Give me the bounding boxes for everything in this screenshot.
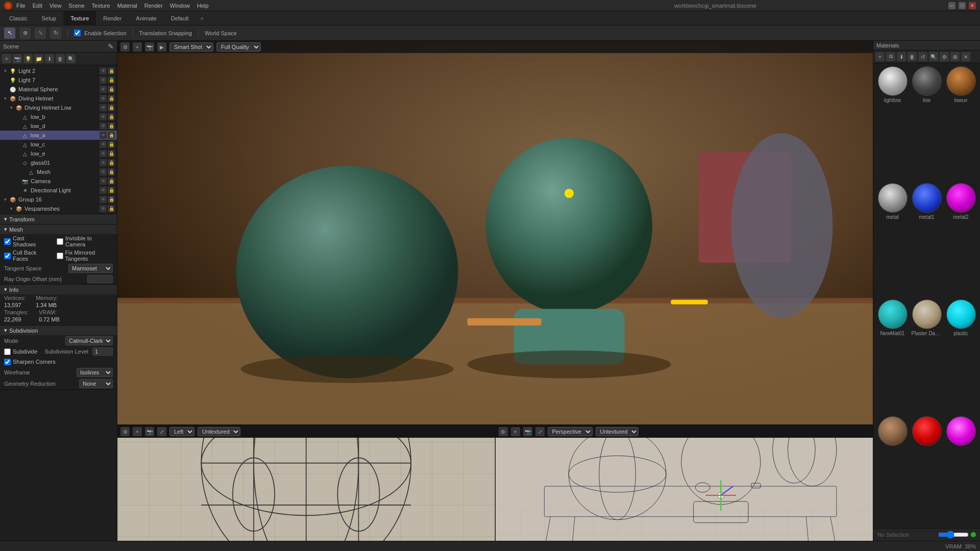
menu-render[interactable]: Render xyxy=(144,3,163,9)
scene-camera-button[interactable]: 📷 xyxy=(13,54,22,63)
menu-texture[interactable]: Texture xyxy=(92,3,110,9)
tab-setup[interactable]: Setup xyxy=(34,11,63,25)
vis-btn[interactable]: 👁 xyxy=(100,168,107,176)
vis-btn[interactable]: 👁 xyxy=(100,196,107,203)
left-shading-select[interactable]: Untextured xyxy=(198,427,240,436)
tab-default[interactable]: Default xyxy=(164,11,196,25)
vis-btn[interactable]: 👁 xyxy=(100,122,107,130)
lock-btn[interactable]: 🔒 xyxy=(108,104,115,111)
scene-folder-button[interactable]: 📁 xyxy=(34,54,43,63)
mesh-header[interactable]: ▾ Mesh xyxy=(0,224,117,234)
menu-file[interactable]: File xyxy=(16,3,26,9)
scene-import-button[interactable]: ⬇ xyxy=(45,54,54,63)
mat-close-btn[interactable]: ✕ xyxy=(961,52,970,61)
minimize-button[interactable]: ─ xyxy=(948,2,955,9)
vis-btn[interactable]: 👁 xyxy=(100,77,107,84)
scene-item-low-c[interactable]: △ low_c 👁 🔒 xyxy=(0,140,117,149)
vis-btn[interactable]: 👁 xyxy=(100,67,107,74)
subdivide-label[interactable]: Subdivide xyxy=(4,348,37,355)
lock-btn[interactable]: 🔒 xyxy=(108,132,115,139)
left-vp-settings-btn[interactable]: ⚙ xyxy=(120,427,130,436)
mat-settings-btn[interactable]: ⚙ xyxy=(940,52,949,61)
scene-item-directional-light[interactable]: ☀ Directional Light 👁 🔒 xyxy=(0,186,117,195)
left-vp-max-btn[interactable]: ⤢ xyxy=(157,427,166,436)
tool-move[interactable]: ⊕ xyxy=(19,28,31,39)
tangent-space-select[interactable]: Marmoset MikkTSpace xyxy=(68,264,113,273)
translation-snapping-label[interactable]: Translation Snapping xyxy=(139,30,192,36)
mat-item-metal2[interactable]: metal2 xyxy=(945,183,977,298)
menu-window[interactable]: Window xyxy=(170,3,190,9)
scene-item-group16[interactable]: ▾ 📦 Group 16 👁 🔒 xyxy=(0,195,117,204)
lock-btn[interactable]: 🔒 xyxy=(108,150,115,157)
vis-btn[interactable]: 👁 xyxy=(100,205,107,212)
mat-item-unnamed2[interactable] xyxy=(911,416,943,525)
scene-item-low-a[interactable]: △ low_a 👁 🔒 xyxy=(0,131,117,140)
info-header[interactable]: ▾ Info xyxy=(0,285,117,294)
left-view-select[interactable]: Left xyxy=(169,427,194,436)
tab-classic[interactable]: Classic xyxy=(2,11,34,25)
lock-btn[interactable]: 🔒 xyxy=(108,178,115,185)
mat-item-lightlow[interactable]: lightlow xyxy=(876,66,909,181)
scene-item-low-e[interactable]: △ low_e 👁 🔒 xyxy=(0,149,117,158)
vis-btn[interactable]: 👁 xyxy=(100,113,107,120)
scene-item-diving-helmet[interactable]: ▾ 📦 Diving Helmet 👁 🔒 xyxy=(0,94,117,103)
scene-trash-button[interactable]: 🗑 xyxy=(56,54,65,63)
tab-render[interactable]: Render xyxy=(96,11,129,25)
scene-item-diving-helmet-low[interactable]: ▾ 📦 Diving Helmet Low 👁 🔒 xyxy=(0,103,117,112)
lock-btn[interactable]: 🔒 xyxy=(108,168,115,176)
tab-animate[interactable]: Animate xyxy=(129,11,163,25)
mat-reset-btn[interactable]: ↺ xyxy=(918,52,927,61)
mat-item-unnamed1[interactable] xyxy=(876,416,909,525)
lock-btn[interactable]: 🔒 xyxy=(108,159,115,166)
left-viewport[interactable]: ⚙ + 📷 ⤢ Left Untextured xyxy=(117,425,496,541)
tool-scale[interactable]: ⤡ xyxy=(35,28,46,39)
mat-item-unnamed3[interactable] xyxy=(945,416,977,525)
lock-btn[interactable]: 🔒 xyxy=(108,205,115,212)
scene-light-button[interactable]: 💡 xyxy=(23,54,33,63)
vp-settings-btn[interactable]: ⚙ xyxy=(120,42,130,52)
subdivision-header[interactable]: ▾ Subdivision xyxy=(0,325,117,335)
tool-rotate[interactable]: ↻ xyxy=(50,28,61,39)
persp-vp-settings-btn[interactable]: ⚙ xyxy=(499,427,508,436)
world-space-label[interactable]: World Space xyxy=(205,30,237,36)
cull-back-checkbox[interactable] xyxy=(4,253,11,259)
menu-view[interactable]: View xyxy=(50,3,62,9)
vis-btn[interactable]: 👁 xyxy=(100,178,107,185)
vis-btn[interactable]: 👁 xyxy=(100,95,107,102)
scene-item-light2[interactable]: ▾ 💡 Light 2 👁 🔒 xyxy=(0,66,117,76)
mat-item-plastic[interactable]: plastic xyxy=(945,299,977,414)
scene-item-mesh[interactable]: △ Mesh 👁 🔒 xyxy=(0,167,117,177)
menu-scene[interactable]: Scene xyxy=(68,3,84,9)
mat-delete-btn[interactable]: 🗑 xyxy=(908,52,917,61)
tab-add-button[interactable]: + xyxy=(196,13,208,23)
scene-item-low-d[interactable]: △ low_d 👁 🔒 xyxy=(0,121,117,131)
perspective-viewport[interactable]: ⚙ + 📷 ⤢ Perspective Untextured xyxy=(496,425,873,541)
mat-view-btn[interactable]: ⊞ xyxy=(950,52,960,61)
transform-header[interactable]: ▾ Transform xyxy=(0,214,117,224)
vis-btn[interactable]: 👁 xyxy=(100,86,107,93)
mat-item-lowuv[interactable]: lowuv xyxy=(945,66,977,181)
maximize-button[interactable]: □ xyxy=(959,2,966,9)
persp-vp-max-btn[interactable]: ⤢ xyxy=(535,427,545,436)
lock-btn[interactable]: 🔒 xyxy=(108,77,115,84)
lock-btn[interactable]: 🔒 xyxy=(108,122,115,130)
scene-item-camera[interactable]: 📷 Camera 👁 🔒 xyxy=(0,177,117,186)
persp-vp-add-btn[interactable]: + xyxy=(511,427,520,436)
subdiv-level-input[interactable] xyxy=(92,347,113,356)
enable-selection-toggle[interactable]: Enable Selection xyxy=(74,30,127,36)
subdivide-checkbox[interactable] xyxy=(4,348,11,355)
scene-item-material-sphere[interactable]: ⚪ Material Sphere 👁 🔒 xyxy=(0,85,117,94)
scene-item-vespameshes[interactable]: ▾ 📦 Vespameshes 👁 🔒 xyxy=(0,204,117,213)
mat-item-plaster[interactable]: Plaster Dam... xyxy=(911,299,943,414)
smart-shot-select[interactable]: Smart Shot xyxy=(169,42,213,52)
persp-shading-select[interactable]: Untextured xyxy=(596,427,639,436)
scene-item-low-b[interactable]: △ low_b 👁 🔒 xyxy=(0,112,117,121)
cast-shadows-checkbox[interactable] xyxy=(4,238,11,245)
left-vp-cam-btn[interactable]: 📷 xyxy=(145,427,154,436)
mat-item-metal1[interactable]: metal1 xyxy=(911,183,943,298)
lock-btn[interactable]: 🔒 xyxy=(108,196,115,203)
vis-btn[interactable]: 👁 xyxy=(100,187,107,194)
lock-btn[interactable]: 🔒 xyxy=(108,67,115,74)
vp-render-btn[interactable]: ▶ xyxy=(157,42,166,52)
mat-search-btn[interactable]: 🔍 xyxy=(929,52,938,61)
